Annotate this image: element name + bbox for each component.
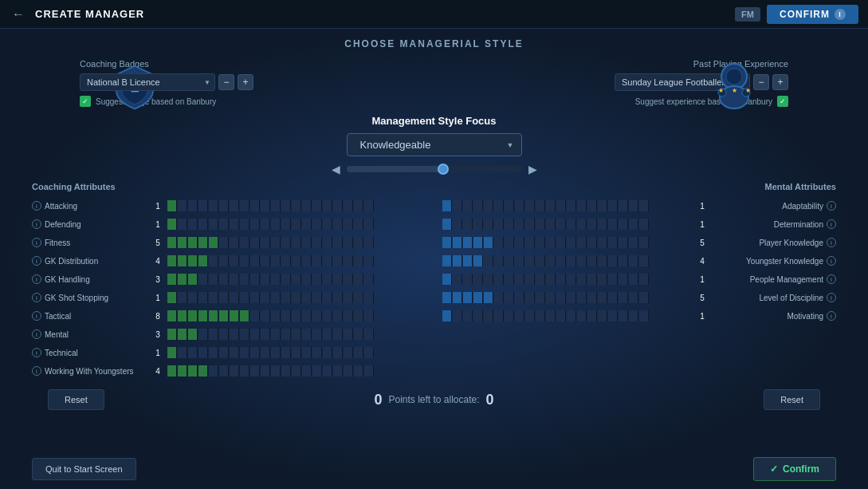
bar-segment xyxy=(484,274,493,285)
mental-attribute-row: 1 Determination i xyxy=(442,216,837,232)
coaching-badge-increment[interactable]: + xyxy=(238,74,253,90)
mental-attr-value: 1 xyxy=(696,202,709,211)
mental-info-icon[interactable]: i xyxy=(827,219,836,229)
confirm-bottom-button[interactable]: ✓ Confirm xyxy=(753,457,836,481)
bar-segment xyxy=(198,255,208,266)
bar-segment xyxy=(587,237,597,248)
bar-segment xyxy=(292,200,301,211)
mental-info-icon[interactable]: i xyxy=(827,311,836,321)
bar-segment xyxy=(494,219,504,230)
bar-segment xyxy=(281,347,291,358)
bar-segment xyxy=(587,219,597,230)
attr-info-icon[interactable]: i xyxy=(32,293,41,302)
bar-segment xyxy=(261,292,270,303)
attr-info-icon[interactable]: i xyxy=(32,329,41,339)
main-content: CHOOSE MANAGERIAL STYLE ⬟ Coaching Badge… xyxy=(0,29,868,420)
mental-attr-value: 1 xyxy=(696,312,709,321)
style-dropdown[interactable]: Knowledgeable xyxy=(347,133,522,156)
bar-segment xyxy=(230,200,239,211)
svg-text:★: ★ xyxy=(745,87,751,94)
bar-segment xyxy=(505,237,514,248)
attr-bar xyxy=(167,329,426,340)
bar-segment xyxy=(312,219,322,230)
bar-segment xyxy=(364,237,374,248)
mental-bar xyxy=(442,200,693,211)
suggest-badge-row: ✓ Suggest badge based on Banbury xyxy=(80,96,253,107)
style-focus-title: Management Style Focus xyxy=(32,115,836,127)
slider-track[interactable] xyxy=(347,166,522,172)
bar-segment xyxy=(292,329,301,340)
bar-segment xyxy=(473,274,483,285)
points-left-value: 0 xyxy=(374,392,382,408)
bar-segment xyxy=(178,365,187,377)
reset-right-button[interactable]: Reset xyxy=(764,389,820,410)
suggest-experience-row: ✓ Suggest experience based on Banbury xyxy=(635,96,788,107)
attr-info-icon[interactable]: i xyxy=(32,274,41,284)
bar-segment xyxy=(333,200,343,211)
slider-left-arrow[interactable]: ◀ xyxy=(332,163,340,175)
bar-segment xyxy=(178,274,187,285)
mental-info-icon[interactable]: i xyxy=(827,274,836,284)
mental-info-icon[interactable]: i xyxy=(827,256,836,266)
mental-info-icon[interactable]: i xyxy=(827,201,836,211)
attr-name: GK Handling xyxy=(45,275,148,284)
bar-segment xyxy=(494,255,504,266)
bar-segment xyxy=(619,237,628,248)
bar-segment xyxy=(240,347,249,358)
bar-segment xyxy=(505,274,514,285)
bar-segment xyxy=(281,274,291,285)
bar-segment xyxy=(261,274,270,285)
bar-segment xyxy=(281,292,291,303)
coaching-badge-select-wrap[interactable]: National B Licence xyxy=(80,73,215,91)
attr-info-icon[interactable]: i xyxy=(32,201,41,211)
bar-segment xyxy=(629,200,638,211)
past-experience-section: Past Playing Experience Sunday League Fo… xyxy=(615,59,788,107)
bar-segment xyxy=(240,329,249,340)
bar-segment xyxy=(577,237,587,248)
attr-info-icon[interactable]: i xyxy=(32,238,41,247)
attr-info-icon[interactable]: i xyxy=(32,311,41,321)
bar-segment xyxy=(312,292,322,303)
bar-segment xyxy=(515,237,524,248)
coaching-badge-select[interactable]: National B Licence xyxy=(80,73,215,91)
attr-name: Mental xyxy=(45,330,148,339)
suggest-badge-check[interactable]: ✓ xyxy=(80,96,91,107)
attr-info-icon[interactable]: i xyxy=(32,256,41,266)
bar-segment xyxy=(505,219,514,230)
slider-right-arrow[interactable]: ▶ xyxy=(528,163,537,175)
quit-button[interactable]: Quit to Start Screen xyxy=(32,458,136,480)
bar-segment xyxy=(312,310,322,321)
coaching-attribute-row: i GK Distribution 4 xyxy=(32,253,426,269)
mental-info-icon[interactable]: i xyxy=(827,238,836,247)
coaching-badge-decrement[interactable]: − xyxy=(218,74,234,90)
attr-info-icon[interactable]: i xyxy=(32,348,41,357)
past-experience-increment[interactable]: + xyxy=(772,74,788,90)
bar-segment xyxy=(250,237,260,248)
confirm-top-button[interactable]: CONFIRM i xyxy=(767,5,858,24)
bar-segment xyxy=(230,365,239,377)
mental-info-icon[interactable]: i xyxy=(827,293,836,302)
bar-segment xyxy=(292,310,301,321)
slider-thumb[interactable] xyxy=(438,164,449,175)
attr-info-icon[interactable]: i xyxy=(32,366,41,376)
attr-info-icon[interactable]: i xyxy=(32,219,41,229)
bar-segment xyxy=(525,255,535,266)
bar-segment xyxy=(536,200,545,211)
back-button[interactable]: ← xyxy=(10,6,27,23)
bar-segment xyxy=(344,237,353,248)
bar-segment xyxy=(167,237,177,248)
bar-segment xyxy=(230,274,239,285)
bar-segment xyxy=(639,310,649,321)
style-dropdown-wrap[interactable]: Knowledgeable xyxy=(347,133,522,156)
bar-segment xyxy=(292,274,301,285)
bar-segment xyxy=(505,292,514,303)
reset-left-button[interactable]: Reset xyxy=(48,389,104,410)
bar-segment xyxy=(577,219,587,230)
suggest-experience-check[interactable]: ✓ xyxy=(777,96,788,107)
bar-segment xyxy=(639,255,649,266)
coaching-attribute-row: i Attacking 1 xyxy=(32,198,426,214)
bar-segment xyxy=(250,200,260,211)
bar-segment xyxy=(240,237,249,248)
bar-segment xyxy=(230,310,239,321)
bar-segment xyxy=(525,237,535,248)
